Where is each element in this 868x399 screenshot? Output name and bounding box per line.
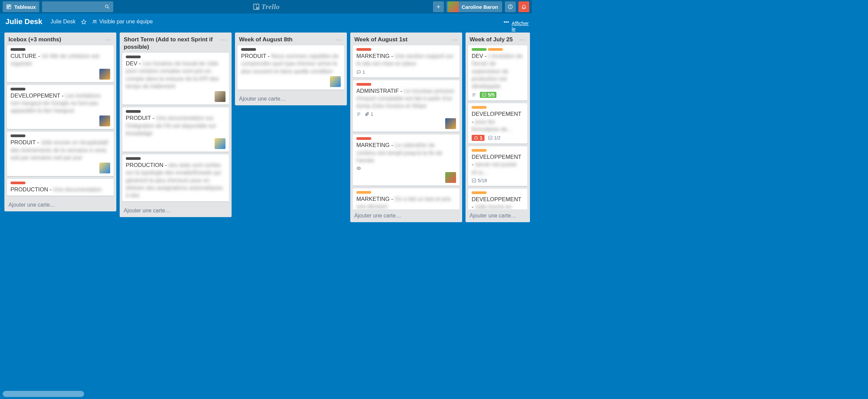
info-icon — [508, 4, 513, 9]
board-name[interactable]: Julie Desk — [5, 17, 42, 26]
list-header: Icebox (+3 months)⋯ — [4, 33, 116, 45]
user-menu[interactable]: Caroline Baron — [447, 1, 502, 12]
card-members — [11, 163, 110, 173]
label-orange[interactable] — [472, 191, 487, 194]
badge-eye — [356, 166, 361, 171]
badge-notif-red: 1 — [472, 135, 485, 141]
card[interactable]: DEV - Les horaires de travail de Julie p… — [122, 53, 229, 105]
card[interactable]: DEVELOPPEMENT - pour les formulaires de…… — [468, 103, 527, 144]
label-gray[interactable] — [126, 157, 141, 160]
card[interactable]: MARKETING - Une section support sur le s… — [353, 45, 459, 78]
card-title: DEV - L'évolution de l'écran de supervis… — [472, 52, 524, 90]
notifications-button[interactable] — [518, 1, 529, 12]
show-menu-label: Afficher le menu — [512, 20, 527, 23]
list-title[interactable]: Short Term (Add to next Sprint if possib… — [124, 36, 220, 51]
card-title: DEVELOPPEMENT - Les invitations non hang… — [11, 92, 110, 114]
label-gray[interactable] — [241, 48, 256, 51]
label-orange[interactable] — [488, 48, 503, 51]
member-avatar[interactable] — [99, 163, 110, 173]
add-card-button[interactable]: Ajouter une carte… — [350, 209, 462, 222]
label-red[interactable] — [356, 48, 371, 51]
label-gray[interactable] — [11, 134, 25, 137]
add-card-button[interactable]: Ajouter une carte… — [120, 204, 232, 217]
list-title[interactable]: Week of July 25 — [470, 36, 518, 43]
card[interactable]: DEVELOPPEMENT - server est pushé en p…5/… — [468, 146, 527, 186]
card-title: CULTURE - Un We de cohésion est organisé — [11, 52, 110, 67]
info-button[interactable] — [505, 1, 516, 12]
card-title: DEVELOPPEMENT - pour les formulaires de… — [472, 110, 524, 133]
card-labels — [472, 149, 524, 152]
svg-point-14 — [93, 20, 95, 21]
card-labels — [356, 83, 456, 86]
label-red[interactable] — [356, 83, 371, 86]
card[interactable]: PRODUCTION - des stats sont sorties sur … — [122, 154, 229, 202]
card[interactable]: PRODUIT - Nous sommes capables de compre… — [238, 45, 344, 90]
label-orange[interactable] — [472, 106, 487, 109]
card-title: MARKETING - Une section support sur le s… — [356, 52, 456, 67]
card-members — [126, 91, 225, 102]
list-title[interactable]: Week of August 8th — [239, 36, 335, 43]
visibility-label: Visible par une équipe — [99, 19, 153, 25]
label-red[interactable] — [11, 182, 25, 184]
board-header: Julie Desk Julie Desk Visible par une éq… — [0, 14, 532, 30]
list-menu-button[interactable]: ⋯ — [518, 36, 526, 43]
add-card-button[interactable]: Ajouter une carte… — [235, 92, 347, 105]
card[interactable]: DEV - L'évolution de l'écran de supervis… — [468, 45, 527, 101]
boards-label: Tableaux — [14, 4, 36, 10]
list-cards: PRODUIT - Nous sommes capables de compre… — [235, 45, 347, 92]
svg-rect-23 — [482, 93, 486, 97]
card[interactable]: MARKETING - On a fait un test et pris un… — [353, 188, 459, 209]
card[interactable]: PRODUCTION - Une documentation — [7, 179, 114, 196]
member-avatar[interactable] — [215, 91, 225, 102]
add-card-button[interactable]: Ajouter une carte… — [4, 198, 116, 211]
add-card-button[interactable]: Ajouter une carte… — [466, 209, 530, 222]
list-menu-button[interactable]: ⋯ — [220, 36, 228, 43]
visibility-button[interactable]: Visible par une équipe — [92, 19, 153, 25]
trello-logo[interactable]: Trello — [252, 2, 279, 11]
badge-check: 5/18 — [472, 178, 487, 183]
label-orange[interactable] — [472, 149, 487, 152]
card-labels — [472, 106, 524, 109]
list-menu-button[interactable]: ⋯ — [105, 36, 112, 43]
list-title[interactable]: Icebox (+3 months) — [8, 36, 105, 43]
label-red[interactable] — [356, 137, 371, 140]
star-button[interactable] — [81, 19, 86, 24]
label-gray[interactable] — [11, 48, 25, 51]
label-green[interactable] — [472, 48, 487, 51]
card[interactable]: CULTURE - Un We de cohésion est organisé — [7, 45, 114, 82]
list-menu-button[interactable]: ⋯ — [451, 36, 458, 43]
create-button[interactable] — [433, 1, 444, 12]
card[interactable]: PRODUIT - Une documentation sur l'intégr… — [122, 107, 229, 152]
label-gray[interactable] — [126, 110, 141, 113]
card[interactable]: PRODUIT - Julie envoie un récapitulatif … — [7, 132, 114, 176]
card-labels — [11, 134, 110, 137]
card[interactable]: DEVELOPPEMENT - Les invitations non hang… — [7, 85, 114, 129]
card-labels — [241, 48, 341, 51]
label-orange[interactable] — [356, 191, 371, 194]
member-avatar[interactable] — [99, 115, 110, 126]
card[interactable]: DEVELOPPEMENT - Julie tourne en release — [468, 189, 527, 209]
card-labels — [11, 182, 110, 184]
member-avatar[interactable] — [99, 69, 110, 80]
card[interactable]: MARKETING - Le calendrier de contenu est… — [353, 134, 459, 186]
board-org[interactable]: Julie Desk — [51, 19, 76, 25]
team-icon — [92, 19, 97, 24]
list-menu-button[interactable]: ⋯ — [335, 36, 343, 43]
list: Week of August 1st⋯MARKETING - Une secti… — [350, 33, 462, 222]
board-canvas[interactable]: Icebox (+3 months)⋯CULTURE - Un We de co… — [0, 30, 532, 399]
member-avatar[interactable] — [215, 138, 225, 149]
star-icon — [81, 19, 86, 24]
member-avatar[interactable] — [330, 76, 341, 87]
member-avatar[interactable] — [445, 172, 456, 183]
card-labels — [356, 191, 456, 194]
list-title[interactable]: Week of August 1st — [354, 36, 451, 43]
card[interactable]: ADMINISTRATIF - Le nouveau process d'exp… — [353, 80, 459, 132]
show-menu-button[interactable]: ••• Afficher le menu — [504, 19, 527, 25]
horizontal-scrollbar-thumb[interactable] — [3, 391, 84, 397]
label-gray[interactable] — [126, 56, 141, 58]
label-gray[interactable] — [11, 88, 25, 90]
member-avatar[interactable] — [445, 118, 456, 129]
card-title: MARKETING - Le calendrier de contenu est… — [356, 141, 456, 164]
boards-button[interactable]: Tableaux — [3, 1, 39, 12]
search-box[interactable] — [42, 1, 113, 12]
